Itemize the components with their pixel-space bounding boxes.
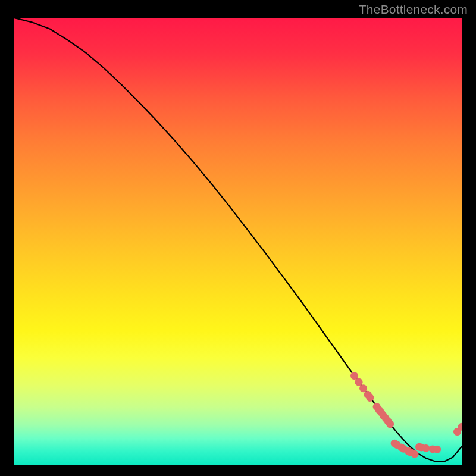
- chart-plot-area: [14, 18, 462, 465]
- chart-marker: [433, 446, 441, 453]
- chart-marker: [422, 444, 430, 452]
- chart-marker: [355, 378, 363, 386]
- chart-marker: [411, 450, 419, 458]
- chart-curve-line: [14, 18, 462, 462]
- watermark-text: TheBottleneck.com: [359, 2, 468, 17]
- chart-marker: [359, 384, 367, 392]
- chart-marker: [386, 420, 394, 428]
- chart-curve-svg: [14, 18, 462, 465]
- chart-marker: [366, 394, 374, 402]
- chart-markers: [350, 372, 462, 458]
- chart-marker: [350, 372, 358, 380]
